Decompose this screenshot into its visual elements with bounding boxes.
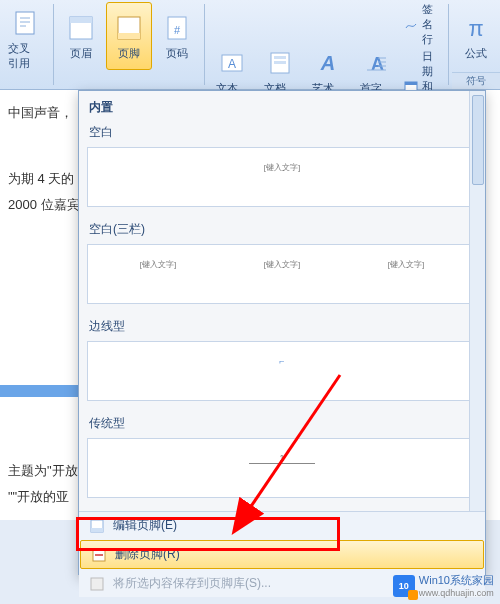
ribbon-separator: [53, 4, 54, 85]
svg-rect-21: [91, 578, 103, 590]
dropcap-icon: A: [360, 47, 392, 79]
svg-rect-0: [16, 12, 34, 34]
placeholder-text: [键入文字]: [264, 259, 300, 297]
svg-rect-2: [70, 17, 92, 23]
template-preview-trad[interactable]: 1: [87, 438, 477, 498]
menu-remove-label: 删除页脚(R): [115, 546, 180, 563]
group-label-symbols: 符号: [452, 72, 500, 89]
template-preview-border[interactable]: ⌐: [87, 341, 477, 401]
ribbon-separator: [204, 4, 205, 85]
menu-edit-label: 编辑页脚(E): [113, 517, 177, 534]
watermark-name: Win10系统家园: [419, 573, 494, 588]
scroll-thumb[interactable]: [472, 95, 484, 185]
menu-remove-footer[interactable]: 删除页脚(R): [80, 540, 484, 569]
tick-mark: ⌐: [96, 356, 468, 366]
svg-text:A: A: [371, 54, 384, 74]
pagenum-label: 页码: [166, 46, 188, 61]
edit-icon: [89, 518, 105, 534]
footer-gallery-dropdown: 内置 空白 [键入文字] 空白(三栏) [键入文字] [键入文字] [键入文字]…: [78, 90, 486, 575]
template-name-blank: 空白: [83, 120, 481, 145]
placeholder-text: [键入文字]: [96, 162, 468, 173]
textbox-icon: A: [216, 47, 248, 79]
remove-icon: [91, 547, 107, 563]
formula-button[interactable]: π 公式: [453, 2, 499, 70]
svg-text:A: A: [319, 52, 334, 74]
svg-rect-19: [91, 528, 103, 532]
placeholder-text: [键入文字]: [140, 259, 176, 297]
template-preview-blank3[interactable]: [键入文字] [键入文字] [键入文字]: [87, 244, 477, 304]
pagenum-icon: #: [161, 12, 193, 44]
footer-label: 页脚: [118, 46, 140, 61]
formula-label: 公式: [465, 46, 487, 61]
svg-rect-10: [274, 56, 286, 59]
template-name-trad: 传统型: [83, 411, 481, 436]
page-gap: [0, 385, 78, 397]
ribbon-separator: [448, 4, 449, 85]
header-button[interactable]: 页眉: [58, 2, 104, 70]
svg-text:π: π: [468, 16, 483, 41]
svg-rect-11: [274, 61, 286, 64]
svg-text:A: A: [228, 57, 236, 71]
placeholder-text: [键入文字]: [388, 259, 424, 297]
crossref-icon: [9, 7, 41, 39]
gallery-scrollbar[interactable]: [469, 91, 485, 511]
quickparts-icon: [264, 47, 296, 79]
watermark-url: www.qdhuajin.com: [419, 588, 494, 598]
header-label: 页眉: [70, 46, 92, 61]
template-preview-blank[interactable]: [键入文字]: [87, 147, 477, 207]
svg-text:#: #: [174, 24, 181, 36]
trad-pagenum: 1: [249, 453, 314, 464]
watermark-logo: 10: [393, 575, 415, 597]
pagenum-button[interactable]: # 页码: [154, 2, 200, 70]
signature-label: 签名行: [422, 2, 442, 47]
svg-rect-15: [405, 82, 417, 85]
save-icon: [89, 576, 105, 592]
footer-icon: [113, 12, 145, 44]
signature-icon: [404, 18, 418, 32]
menu-edit-footer[interactable]: 编辑页脚(E): [79, 512, 485, 539]
watermark: 10 Win10系统家园 www.qdhuajin.com: [393, 573, 494, 598]
pi-icon: π: [460, 12, 492, 44]
signature-button[interactable]: 签名行: [404, 2, 442, 47]
template-name-border: 边线型: [83, 314, 481, 339]
footer-button[interactable]: 页脚: [106, 2, 152, 70]
crossref-label: 交叉 引用: [8, 41, 42, 71]
crossref-button[interactable]: 交叉 引用: [1, 2, 49, 76]
header-icon: [65, 12, 97, 44]
gallery-section-builtin: 内置: [83, 95, 481, 120]
template-name-blank3: 空白(三栏): [83, 217, 481, 242]
wordart-icon: A: [312, 47, 344, 79]
menu-save-label: 将所选内容保存到页脚库(S)...: [113, 575, 271, 592]
svg-rect-4: [118, 33, 140, 39]
